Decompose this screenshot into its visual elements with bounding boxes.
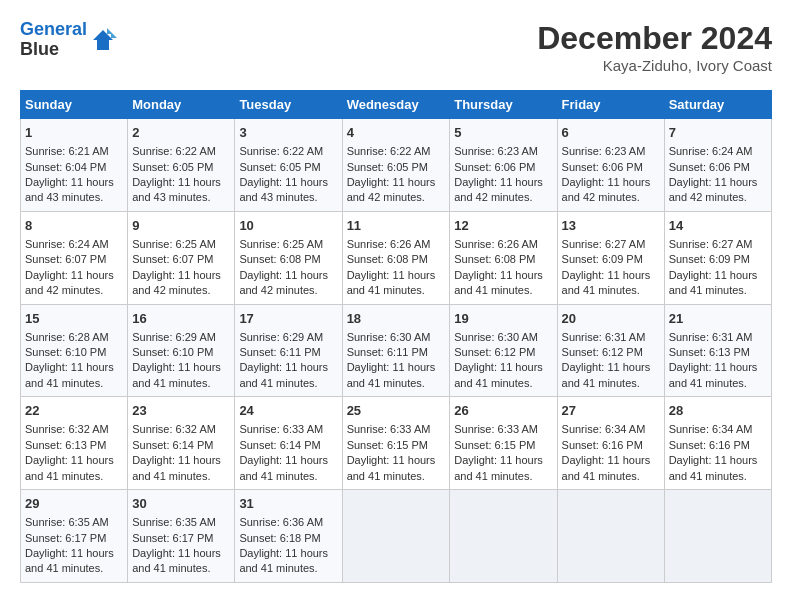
day-number: 12 <box>454 217 552 235</box>
cell-info-line: Sunrise: 6:34 AM <box>669 422 767 437</box>
cell-info-line: Daylight: 11 hours <box>669 453 767 468</box>
cell-info-line: Sunrise: 6:33 AM <box>454 422 552 437</box>
cell-info-line: Sunrise: 6:22 AM <box>132 144 230 159</box>
day-number: 15 <box>25 310 123 328</box>
calendar-body: 1Sunrise: 6:21 AMSunset: 6:04 PMDaylight… <box>21 119 772 583</box>
day-number: 8 <box>25 217 123 235</box>
cell-info-line: and 41 minutes. <box>562 376 660 391</box>
cell-info-line: Daylight: 11 hours <box>669 268 767 283</box>
cell-info-line: and 41 minutes. <box>669 376 767 391</box>
calendar-cell: 30Sunrise: 6:35 AMSunset: 6:17 PMDayligh… <box>128 490 235 583</box>
cell-info-line: and 41 minutes. <box>132 561 230 576</box>
cell-info-line: and 42 minutes. <box>239 283 337 298</box>
cell-info-line: Sunrise: 6:31 AM <box>669 330 767 345</box>
day-number: 3 <box>239 124 337 142</box>
day-number: 30 <box>132 495 230 513</box>
day-number: 29 <box>25 495 123 513</box>
day-number: 13 <box>562 217 660 235</box>
calendar-header-row: SundayMondayTuesdayWednesdayThursdayFrid… <box>21 91 772 119</box>
cell-info-line: Sunset: 6:08 PM <box>347 252 446 267</box>
cell-info-line: Sunrise: 6:27 AM <box>562 237 660 252</box>
cell-info-line: Sunrise: 6:25 AM <box>132 237 230 252</box>
cell-info-line: Sunset: 6:12 PM <box>562 345 660 360</box>
cell-info-line: Sunrise: 6:33 AM <box>239 422 337 437</box>
day-number: 19 <box>454 310 552 328</box>
day-number: 22 <box>25 402 123 420</box>
cell-info-line: Sunset: 6:16 PM <box>562 438 660 453</box>
cell-info-line: Sunset: 6:14 PM <box>132 438 230 453</box>
cell-info-line: Daylight: 11 hours <box>25 546 123 561</box>
calendar-cell: 29Sunrise: 6:35 AMSunset: 6:17 PMDayligh… <box>21 490 128 583</box>
page-header: GeneralBlue December 2024 Kaya-Ziduho, I… <box>20 20 772 74</box>
cell-info-line: Sunrise: 6:27 AM <box>669 237 767 252</box>
cell-info-line: Daylight: 11 hours <box>454 453 552 468</box>
calendar-week-row: 22Sunrise: 6:32 AMSunset: 6:13 PMDayligh… <box>21 397 772 490</box>
cell-info-line: Sunrise: 6:26 AM <box>347 237 446 252</box>
cell-info-line: Sunrise: 6:30 AM <box>347 330 446 345</box>
calendar-cell: 27Sunrise: 6:34 AMSunset: 6:16 PMDayligh… <box>557 397 664 490</box>
cell-info-line: Daylight: 11 hours <box>347 453 446 468</box>
cell-info-line: Daylight: 11 hours <box>239 175 337 190</box>
cell-info-line: Sunrise: 6:31 AM <box>562 330 660 345</box>
cell-info-line: Daylight: 11 hours <box>562 360 660 375</box>
cell-info-line: Sunset: 6:15 PM <box>347 438 446 453</box>
cell-info-line: and 41 minutes. <box>454 283 552 298</box>
cell-info-line: and 41 minutes. <box>347 283 446 298</box>
day-number: 18 <box>347 310 446 328</box>
cell-info-line: Daylight: 11 hours <box>454 175 552 190</box>
day-number: 23 <box>132 402 230 420</box>
cell-info-line: Sunset: 6:07 PM <box>25 252 123 267</box>
cell-info-line: and 43 minutes. <box>25 190 123 205</box>
cell-info-line: Daylight: 11 hours <box>562 453 660 468</box>
cell-info-line: Daylight: 11 hours <box>132 453 230 468</box>
cell-info-line: Sunset: 6:08 PM <box>239 252 337 267</box>
cell-info-line: Sunset: 6:11 PM <box>239 345 337 360</box>
calendar-cell: 1Sunrise: 6:21 AMSunset: 6:04 PMDaylight… <box>21 119 128 212</box>
day-number: 6 <box>562 124 660 142</box>
day-header-monday: Monday <box>128 91 235 119</box>
calendar-title: December 2024 <box>537 20 772 57</box>
calendar-cell: 3Sunrise: 6:22 AMSunset: 6:05 PMDaylight… <box>235 119 342 212</box>
cell-info-line: Daylight: 11 hours <box>669 175 767 190</box>
calendar-cell: 11Sunrise: 6:26 AMSunset: 6:08 PMDayligh… <box>342 211 450 304</box>
cell-info-line: Sunset: 6:12 PM <box>454 345 552 360</box>
cell-info-line: Daylight: 11 hours <box>347 360 446 375</box>
cell-info-line: Sunset: 6:06 PM <box>562 160 660 175</box>
cell-info-line: Daylight: 11 hours <box>239 360 337 375</box>
cell-info-line: Sunrise: 6:22 AM <box>239 144 337 159</box>
calendar-cell: 16Sunrise: 6:29 AMSunset: 6:10 PMDayligh… <box>128 304 235 397</box>
day-header-tuesday: Tuesday <box>235 91 342 119</box>
calendar-cell: 10Sunrise: 6:25 AMSunset: 6:08 PMDayligh… <box>235 211 342 304</box>
cell-info-line: and 41 minutes. <box>562 283 660 298</box>
calendar-cell: 17Sunrise: 6:29 AMSunset: 6:11 PMDayligh… <box>235 304 342 397</box>
cell-info-line: Sunset: 6:10 PM <box>132 345 230 360</box>
calendar-cell: 19Sunrise: 6:30 AMSunset: 6:12 PMDayligh… <box>450 304 557 397</box>
cell-info-line: Sunrise: 6:35 AM <box>132 515 230 530</box>
calendar-cell: 22Sunrise: 6:32 AMSunset: 6:13 PMDayligh… <box>21 397 128 490</box>
cell-info-line: and 41 minutes. <box>132 376 230 391</box>
day-number: 7 <box>669 124 767 142</box>
cell-info-line: Sunset: 6:08 PM <box>454 252 552 267</box>
cell-info-line: Sunrise: 6:24 AM <box>669 144 767 159</box>
cell-info-line: Sunset: 6:09 PM <box>669 252 767 267</box>
cell-info-line: and 43 minutes. <box>132 190 230 205</box>
calendar-cell: 9Sunrise: 6:25 AMSunset: 6:07 PMDaylight… <box>128 211 235 304</box>
calendar-cell: 21Sunrise: 6:31 AMSunset: 6:13 PMDayligh… <box>664 304 771 397</box>
cell-info-line: Sunset: 6:05 PM <box>132 160 230 175</box>
cell-info-line: Sunset: 6:17 PM <box>132 531 230 546</box>
calendar-cell: 7Sunrise: 6:24 AMSunset: 6:06 PMDaylight… <box>664 119 771 212</box>
cell-info-line: Daylight: 11 hours <box>25 175 123 190</box>
cell-info-line: and 41 minutes. <box>239 469 337 484</box>
cell-info-line: and 41 minutes. <box>454 376 552 391</box>
cell-info-line: Sunrise: 6:36 AM <box>239 515 337 530</box>
cell-info-line: Sunrise: 6:30 AM <box>454 330 552 345</box>
day-number: 28 <box>669 402 767 420</box>
cell-info-line: Sunrise: 6:34 AM <box>562 422 660 437</box>
cell-info-line: Sunset: 6:16 PM <box>669 438 767 453</box>
cell-info-line: Sunset: 6:17 PM <box>25 531 123 546</box>
cell-info-line: Daylight: 11 hours <box>132 360 230 375</box>
cell-info-line: and 41 minutes. <box>454 469 552 484</box>
cell-info-line: and 42 minutes. <box>25 283 123 298</box>
day-number: 2 <box>132 124 230 142</box>
cell-info-line: Sunset: 6:14 PM <box>239 438 337 453</box>
